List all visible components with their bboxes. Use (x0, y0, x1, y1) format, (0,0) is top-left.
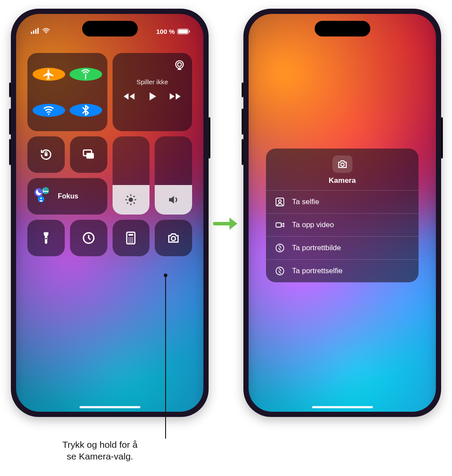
connectivity-cluster (27, 53, 107, 131)
home-indicator[interactable] (312, 406, 373, 408)
calculator-button[interactable] (113, 220, 150, 256)
svg-rect-9 (45, 153, 48, 156)
phone-side-button (9, 139, 11, 165)
bluetooth-icon (79, 104, 92, 117)
camera-context-menu: Kamera Ta selfie Ta opp video Ta portret… (266, 149, 419, 282)
svg-point-13 (40, 197, 42, 199)
timer-button[interactable] (70, 220, 107, 256)
airplane-mode-toggle[interactable] (33, 68, 65, 81)
svg-rect-2 (35, 29, 37, 34)
menu-item-label: Ta portrettselfie (292, 267, 342, 275)
svg-point-8 (178, 63, 182, 66)
camera-icon (337, 159, 348, 170)
flashlight-icon (39, 231, 53, 245)
iphone-mock-right: Kamera Ta selfie Ta opp video Ta portret… (243, 9, 441, 417)
svg-point-26 (132, 241, 133, 243)
cellular-signal-icon (31, 28, 40, 35)
svg-rect-11 (86, 153, 93, 159)
dynamic-island (82, 21, 138, 36)
menu-item-label: Ta portrettbilde (292, 244, 341, 252)
camera-icon (166, 231, 180, 245)
brightness-fill (113, 185, 150, 215)
phone-side-button (209, 117, 210, 159)
svg-point-19 (130, 238, 132, 239)
svg-point-21 (129, 239, 130, 241)
battery-percent: 100 % (156, 28, 175, 35)
svg-point-5 (85, 73, 86, 75)
svg-point-27 (171, 237, 175, 241)
next-track-button[interactable] (169, 90, 182, 104)
control-center: Spiller ikke (27, 53, 192, 256)
flashlight-button[interactable] (27, 220, 65, 256)
camera-menu-title: Kamera (329, 176, 356, 185)
callout-leader-line (165, 275, 166, 439)
svg-point-20 (132, 238, 133, 239)
camera-menu-item-portrait[interactable]: Ta portrettbilde (266, 236, 419, 259)
brightness-slider[interactable] (113, 136, 150, 215)
rotation-lock-icon (39, 148, 53, 162)
svg-point-6 (48, 113, 50, 115)
aperture-icon (275, 266, 285, 276)
timer-icon (82, 231, 96, 245)
airplay-icon[interactable] (173, 59, 186, 73)
svg-rect-17 (129, 234, 133, 236)
volume-fill (155, 185, 192, 215)
focus-button[interactable]: Fokus (27, 178, 107, 215)
person-icon (38, 196, 44, 202)
now-playing-label: Spiller ikke (136, 78, 168, 86)
svg-rect-1 (33, 30, 34, 34)
callout-text: Trykk og hold for å se Kamera-valg. (35, 439, 165, 463)
svg-rect-29 (276, 198, 284, 206)
camera-menu-item-selfie[interactable]: Ta selfie (266, 190, 419, 213)
cellular-antenna-icon (79, 68, 92, 81)
camera-button[interactable] (155, 220, 192, 256)
svg-point-32 (276, 244, 284, 252)
previous-track-button[interactable] (123, 90, 136, 104)
camera-menu-icon-box (332, 155, 352, 173)
svg-point-23 (132, 239, 133, 241)
svg-point-4 (46, 33, 47, 33)
svg-rect-0 (31, 32, 32, 34)
transition-arrow (213, 215, 239, 232)
video-camera-icon (275, 220, 285, 230)
svg-point-18 (129, 238, 130, 239)
iphone-mock-left: 100 % (11, 9, 209, 417)
menu-item-label: Ta selfie (292, 198, 319, 206)
brightness-icon (124, 193, 137, 206)
volume-icon (167, 193, 180, 206)
callout-line-2: se Kamera-valg. (67, 451, 133, 461)
svg-point-7 (176, 61, 183, 69)
wifi-icon (42, 104, 55, 117)
airplane-icon (42, 68, 55, 81)
svg-point-14 (45, 238, 47, 239)
rotation-lock-toggle[interactable] (27, 136, 65, 173)
media-controls (123, 90, 182, 104)
phone-side-button (242, 109, 243, 135)
now-playing-tile[interactable]: Spiller ikke (113, 53, 193, 131)
play-button[interactable] (146, 90, 158, 104)
svg-point-33 (276, 267, 284, 275)
phone-side-button (441, 117, 443, 159)
calculator-icon (124, 231, 138, 245)
svg-point-22 (130, 239, 132, 241)
cellular-data-toggle[interactable] (70, 68, 102, 81)
phone-side-button (242, 139, 243, 165)
screen-mirroring-icon (82, 148, 96, 162)
person-square-icon (275, 197, 285, 207)
aperture-icon (275, 243, 285, 253)
callout-line-1: Trykk og hold for å (62, 440, 137, 450)
volume-slider[interactable] (155, 136, 192, 215)
home-indicator[interactable] (80, 406, 140, 408)
svg-rect-31 (276, 223, 281, 227)
camera-menu-item-portrait-selfie[interactable]: Ta portrettselfie (266, 259, 419, 282)
wifi-toggle[interactable] (33, 104, 65, 117)
menu-item-label: Ta opp video (292, 221, 334, 229)
svg-point-28 (341, 163, 344, 166)
screen-mirroring-button[interactable] (70, 136, 107, 173)
svg-point-30 (279, 200, 281, 202)
bluetooth-toggle[interactable] (70, 104, 102, 117)
camera-menu-item-video[interactable]: Ta opp video (266, 213, 419, 236)
svg-rect-3 (37, 28, 39, 34)
battery-icon (177, 29, 189, 34)
phone-side-button (9, 83, 11, 97)
